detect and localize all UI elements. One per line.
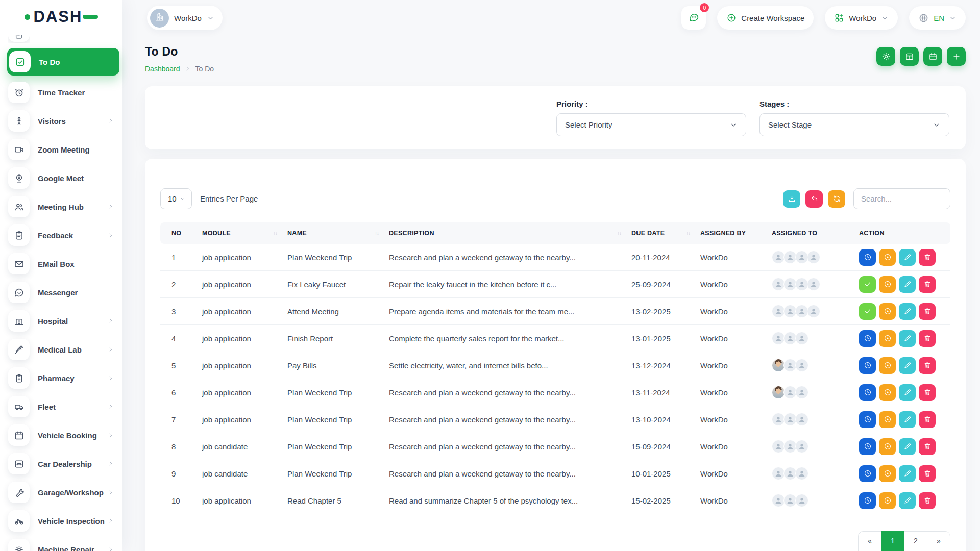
sidebar-item-pharmacy[interactable]: Pharmacy [8, 366, 122, 390]
undo-button[interactable] [805, 190, 823, 208]
column-label: NO [172, 230, 181, 237]
chat-button[interactable]: 0 [681, 6, 706, 30]
sidebar-item-messenger[interactable]: Messenger [8, 281, 122, 304]
search-input[interactable] [853, 188, 950, 209]
assignee-avatar[interactable] [807, 305, 820, 318]
schedule-button[interactable] [859, 249, 876, 266]
column-header-module[interactable]: MODULE↑↓ [202, 230, 287, 237]
sort-icon[interactable]: ↑↓ [617, 231, 621, 236]
export-button[interactable] [783, 190, 800, 208]
language-menu-button[interactable]: EN [909, 6, 966, 30]
sidebar-item-hospital[interactable]: Hospital [8, 309, 122, 333]
sidebar-item-medical-lab[interactable]: Medical Lab [8, 338, 122, 361]
sidebar-item-visitors[interactable]: Visitors [8, 109, 122, 133]
edit-button[interactable] [899, 438, 916, 455]
sort-icon[interactable]: ↑↓ [686, 231, 690, 236]
stage-select[interactable]: Select Stage [760, 113, 949, 136]
view-button[interactable] [879, 276, 896, 293]
edit-button[interactable] [899, 411, 916, 428]
priority-select[interactable]: Select Priority [556, 113, 746, 136]
prev-page-button[interactable]: « [858, 531, 881, 551]
delete-button[interactable] [919, 384, 936, 401]
view-button[interactable] [879, 465, 896, 482]
edit-button[interactable] [899, 303, 916, 320]
edit-button[interactable] [899, 330, 916, 347]
edit-button[interactable] [899, 249, 916, 266]
sidebar-item-google-meet[interactable]: Google Meet [8, 166, 122, 190]
view-button[interactable] [879, 303, 896, 320]
delete-button[interactable] [919, 330, 936, 347]
delete-button[interactable] [919, 357, 936, 374]
sidebar-item-to-do[interactable]: To Do [7, 48, 119, 76]
sidebar-item-feedback[interactable]: Feedback [8, 223, 122, 247]
layout-button[interactable] [900, 47, 919, 66]
assignee-avatar[interactable] [795, 386, 808, 399]
delete-button[interactable] [919, 492, 936, 509]
settings-button[interactable] [876, 47, 895, 66]
sidebar-item-meeting-hub[interactable]: Meeting Hub [8, 195, 122, 218]
schedule-button[interactable] [859, 357, 876, 374]
sidebar-item-car-dealership[interactable]: Car Dealership [8, 452, 122, 475]
column-label: ASSIGNED TO [772, 230, 817, 237]
complete-button[interactable] [859, 276, 876, 293]
schedule-button[interactable] [859, 492, 876, 509]
assignee-avatar[interactable] [807, 278, 820, 291]
view-button[interactable] [879, 330, 896, 347]
assignee-avatar[interactable] [795, 467, 808, 480]
sidebar-item-vehicle-booking[interactable]: Vehicle Booking [8, 423, 122, 447]
delete-button[interactable] [919, 438, 936, 455]
view-button[interactable] [879, 249, 896, 266]
refresh-button[interactable] [828, 190, 845, 208]
edit-button[interactable] [899, 492, 916, 509]
assignee-avatar[interactable] [795, 413, 808, 426]
page-1-button[interactable]: 1 [881, 531, 904, 551]
delete-button[interactable] [919, 276, 936, 293]
schedule-button[interactable] [859, 465, 876, 482]
view-button[interactable] [879, 357, 896, 374]
column-header-name[interactable]: NAME↑↓ [287, 230, 389, 237]
assignee-avatar[interactable] [795, 494, 808, 507]
schedule-button[interactable] [859, 384, 876, 401]
view-button[interactable] [879, 492, 896, 509]
sort-icon[interactable]: ↑↓ [273, 231, 277, 236]
assignee-avatar[interactable] [795, 359, 808, 372]
edit-button[interactable] [899, 357, 916, 374]
sidebar-item-email-box[interactable]: EMail Box [8, 252, 122, 276]
assignee-avatar[interactable] [807, 251, 820, 264]
schedule-button[interactable] [859, 330, 876, 347]
add-button[interactable] [947, 47, 966, 66]
sidebar-item-garage-workshop[interactable]: Garage/Workshop [8, 481, 122, 504]
sidebar-item-zoom-meeting[interactable]: Zoom Meeting [8, 138, 122, 161]
schedule-button[interactable] [859, 411, 876, 428]
delete-button[interactable] [919, 411, 936, 428]
edit-button[interactable] [899, 276, 916, 293]
calendar-button[interactable] [923, 47, 942, 66]
schedule-button[interactable] [859, 438, 876, 455]
column-header-due-date[interactable]: DUE DATE↑↓ [631, 230, 700, 237]
page-2-button[interactable]: 2 [904, 531, 927, 551]
sort-icon[interactable]: ↑↓ [375, 231, 379, 236]
sidebar-item-machine-repair[interactable]: Machine Repair [8, 538, 122, 551]
delete-button[interactable] [919, 303, 936, 320]
view-button[interactable] [879, 438, 896, 455]
breadcrumb-dashboard-link[interactable]: Dashboard [145, 65, 180, 73]
view-button[interactable] [879, 411, 896, 428]
brand-logo[interactable]: DASH [0, 0, 122, 34]
workspace-menu-button[interactable]: WorkDo [825, 6, 898, 30]
workspace-selector[interactable]: WorkDo [147, 6, 223, 30]
delete-button[interactable] [919, 249, 936, 266]
complete-button[interactable] [859, 303, 876, 320]
column-header-description[interactable]: DESCRIPTION↑↓ [389, 230, 631, 237]
edit-button[interactable] [899, 465, 916, 482]
assignee-avatar[interactable] [795, 332, 808, 345]
delete-button[interactable] [919, 465, 936, 482]
assignee-avatar[interactable] [795, 440, 808, 453]
view-button[interactable] [879, 384, 896, 401]
edit-button[interactable] [899, 384, 916, 401]
sidebar-item-vehicle-inspection[interactable]: Vehicle Inspection [8, 509, 122, 533]
create-workspace-button[interactable]: Create Workspace [717, 6, 814, 30]
sidebar-item-time-tracker[interactable]: Time Tracker [8, 81, 122, 104]
entries-per-page-select[interactable]: 10 [160, 188, 192, 209]
next-page-button[interactable]: » [927, 531, 950, 551]
sidebar-item-fleet[interactable]: Fleet [8, 395, 122, 418]
